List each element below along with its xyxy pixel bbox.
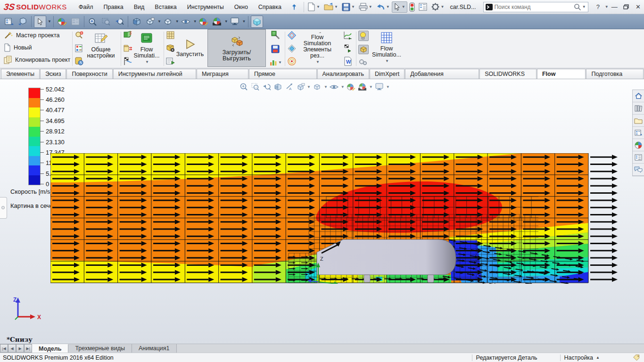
tab-scroll-prev-button[interactable]: ◀ xyxy=(8,344,16,353)
design-library-icon[interactable] xyxy=(633,102,644,115)
edit-appearance-icon[interactable] xyxy=(346,81,357,92)
tab-dimxpert[interactable]: DimXpert xyxy=(370,69,405,79)
home-icon[interactable] xyxy=(633,90,644,102)
display-style-cube-icon[interactable] xyxy=(162,16,174,28)
tab-scroll-next-button[interactable]: ▶ xyxy=(16,344,24,353)
save-button[interactable]: ▼ xyxy=(340,1,357,13)
tab-addins[interactable]: Добавления SOLIDWORKS xyxy=(405,69,479,79)
file-explorer-icon[interactable] xyxy=(633,115,644,127)
edit-appearance-icon[interactable] xyxy=(198,16,210,28)
command-search[interactable]: ▼ xyxy=(483,2,588,12)
chevron-down-icon[interactable]: ▼ xyxy=(316,59,320,65)
hide-show-eye-icon[interactable] xyxy=(180,16,192,28)
view-orientation-cube-icon[interactable] xyxy=(144,16,156,28)
zoom-fit-icon[interactable] xyxy=(238,81,249,92)
featuremanager-toggle-icon[interactable] xyxy=(3,16,16,28)
source-icon[interactable] xyxy=(123,44,132,53)
menu-file[interactable]: Файл xyxy=(74,0,99,14)
graphics-area[interactable]: A ▼ ▼ ▼ ▼ ▼ 52.042 46.260 xyxy=(0,79,644,344)
menu-help[interactable]: Справка xyxy=(253,0,287,14)
camera-view-icon[interactable]: A xyxy=(283,81,295,92)
section-view-icon[interactable] xyxy=(272,81,283,92)
menu-window[interactable]: Окно xyxy=(229,0,253,14)
tab-mold-tools[interactable]: Инструменты литейной формы xyxy=(113,69,196,79)
search-parameters-icon[interactable] xyxy=(74,31,84,40)
tag-icon[interactable] xyxy=(633,354,641,361)
appearance-sphere-icon[interactable] xyxy=(56,16,68,28)
restore-button[interactable] xyxy=(620,1,632,13)
plot-data-icon[interactable] xyxy=(270,58,277,66)
close-button[interactable]: ✕ xyxy=(632,1,644,13)
report-word-icon[interactable]: W xyxy=(343,57,353,66)
search-icon[interactable] xyxy=(574,3,581,11)
units-icon[interactable] xyxy=(74,57,84,66)
menu-edit[interactable]: Правка xyxy=(99,0,129,14)
featuremanager-collapsed-tab[interactable] xyxy=(0,197,7,219)
appearances-sphere-icon[interactable] xyxy=(633,139,644,151)
zoom-area-icon[interactable] xyxy=(249,81,261,92)
menu-insert[interactable]: Вставка xyxy=(149,0,182,14)
flow-simulation-project-button[interactable]: Flow Simulati... ▼ xyxy=(132,29,161,67)
flow-simulation-display-button[interactable]: Flow Simulatio... ▼ xyxy=(369,29,405,67)
menu-view[interactable]: Вид xyxy=(129,0,150,14)
tab-mbd[interactable]: SOLIDWORKS MBD xyxy=(479,69,537,79)
tab-features[interactable]: Элементы xyxy=(1,69,40,79)
pin-icon[interactable] xyxy=(289,2,299,12)
configuration-caret-icon[interactable]: ▲ xyxy=(596,355,600,360)
shaded-cube-icon[interactable] xyxy=(251,16,263,28)
open-button[interactable]: ▼ xyxy=(322,1,340,13)
tab-scroll-first-button[interactable]: |◀ xyxy=(0,344,8,353)
new-project-button[interactable]: Новый xyxy=(4,41,71,54)
tab-data-migration[interactable]: Миграция данных xyxy=(197,69,248,79)
zoom-fit-icon[interactable] xyxy=(87,16,99,28)
model-tab[interactable]: Модель xyxy=(32,344,68,353)
calculation-control-icon[interactable] xyxy=(166,44,175,53)
tab-direct-editing[interactable]: Прямое редактирование xyxy=(249,69,317,79)
project-wizard-button[interactable]: Мастер проекта xyxy=(4,29,71,41)
surface-plot-icon[interactable] xyxy=(287,44,297,53)
section-view-icon[interactable] xyxy=(131,16,143,28)
options-gear-button[interactable]: ▼ xyxy=(429,1,446,13)
apply-scene-icon[interactable] xyxy=(211,16,223,28)
goal-plot-icon[interactable] xyxy=(343,44,353,53)
configuration-label[interactable]: Настройка xyxy=(564,354,594,361)
goals-icon[interactable] xyxy=(123,57,132,66)
evaluate-list-icon[interactable] xyxy=(417,1,429,13)
chevron-down-icon[interactable]: ▼ xyxy=(385,58,389,64)
cut-plot-icon[interactable] xyxy=(287,31,297,40)
menu-tools[interactable]: Инструменты xyxy=(182,0,229,14)
point-parameters-icon[interactable] xyxy=(271,31,281,40)
component-control-icon[interactable] xyxy=(74,44,84,53)
clone-project-button[interactable]: Клонировать проект xyxy=(4,54,71,66)
minimize-button[interactable]: — xyxy=(609,1,620,13)
view-orientation-icon[interactable] xyxy=(295,81,306,92)
tab-scroll-last-button[interactable]: ▶| xyxy=(24,344,32,353)
view-settings-icon[interactable] xyxy=(374,81,385,92)
view-palette-icon[interactable] xyxy=(633,127,644,139)
select-cursor-button[interactable] xyxy=(34,16,46,28)
mesh-icon[interactable] xyxy=(166,31,175,40)
interference-check-icon[interactable] xyxy=(407,1,417,13)
save-results-icon[interactable] xyxy=(271,45,281,54)
animation-tab[interactable]: Анимация1 xyxy=(132,344,177,353)
view-settings-monitor-icon[interactable] xyxy=(229,16,241,28)
apply-scene-icon[interactable] xyxy=(357,81,368,92)
tab-flow-simulation[interactable]: Flow Simulation xyxy=(537,69,586,79)
run-button[interactable]: Запустить xyxy=(175,29,205,67)
help-button[interactable]: ? xyxy=(592,1,604,13)
boundary-condition-icon[interactable] xyxy=(123,31,132,40)
tab-evaluate[interactable]: Анализировать xyxy=(317,69,370,79)
results-features-button[interactable]: Flow Simulation Элементы рез... ▼ xyxy=(297,29,338,67)
previous-view-icon[interactable] xyxy=(113,16,125,28)
threed-views-tab[interactable]: Трехмерные виды xyxy=(68,344,132,353)
tab-surfaces[interactable]: Поверхности xyxy=(66,69,112,79)
hide-show-items-icon[interactable] xyxy=(329,81,340,92)
batch-run-icon[interactable] xyxy=(166,57,175,66)
lightbulb-icon[interactable] xyxy=(359,32,367,40)
chevron-down-icon[interactable]: ▼ xyxy=(145,59,149,65)
select-tool-button[interactable]: ▼ xyxy=(392,1,407,13)
forum-chat-icon[interactable] xyxy=(633,164,644,176)
gears-icon[interactable] xyxy=(358,58,368,66)
flow-trajectories-icon[interactable] xyxy=(287,57,297,66)
rebuild-icon[interactable] xyxy=(17,16,29,28)
